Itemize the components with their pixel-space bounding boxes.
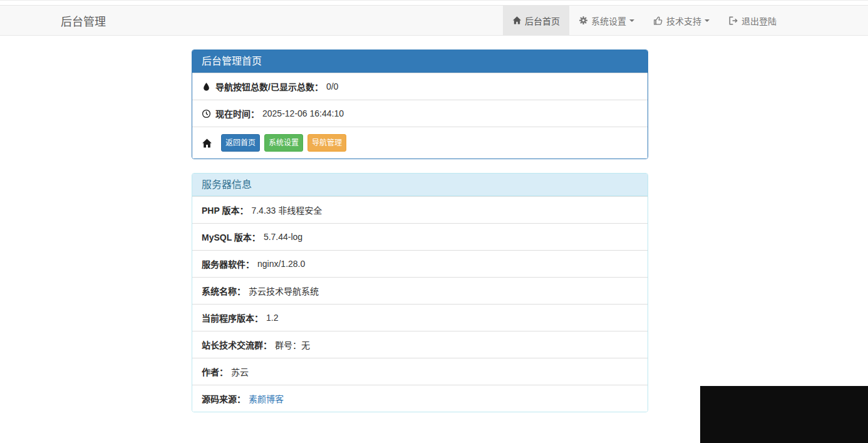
nav-item-label: 技术支持 bbox=[666, 14, 701, 27]
server-info-row-software: 服务器软件： nginx/1.28.0 bbox=[192, 250, 648, 277]
chevron-down-icon bbox=[705, 19, 710, 22]
current-time-value: 2025-12-06 16:44:10 bbox=[262, 108, 344, 118]
home-icon bbox=[202, 138, 212, 149]
source-blog-link[interactable]: 素颜博客 bbox=[249, 392, 284, 405]
nav-item-label: 系统设置 bbox=[591, 14, 626, 27]
nav-item-label: 后台首页 bbox=[525, 14, 560, 27]
gear-icon bbox=[579, 16, 588, 25]
back-home-button[interactable]: 返回首页 bbox=[221, 134, 260, 152]
main-content: 后台管理首页 导航按钮总数/已显示总数： 0/0 现在时间： 2025-12-0… bbox=[192, 50, 648, 412]
home-icon bbox=[512, 16, 522, 25]
sign-out-icon bbox=[728, 16, 738, 26]
nav-item-dashboard[interactable]: 后台首页 bbox=[503, 6, 569, 35]
nav-item-tech-support[interactable]: 技术支持 bbox=[644, 6, 719, 35]
quick-links-row: 返回首页 系统设置 导航管理 bbox=[192, 127, 648, 159]
dashboard-panel: 后台管理首页 导航按钮总数/已显示总数： 0/0 现在时间： 2025-12-0… bbox=[192, 50, 648, 159]
nav-stats-value: 0/0 bbox=[326, 81, 338, 91]
server-info-row-author: 作者： 苏云 bbox=[192, 358, 648, 385]
page-top-strip bbox=[0, 0, 868, 5]
server-info-row-source: 源码来源： 素颜博客 bbox=[192, 385, 648, 412]
navbar-menu: 后台首页 系统设置 技术支持 退出登陆 bbox=[503, 6, 786, 35]
server-info-row-system-name: 系统名称： 苏云技术导航系统 bbox=[192, 277, 648, 304]
nav-stats-row: 导航按钮总数/已显示总数： 0/0 bbox=[192, 73, 648, 100]
clock-icon bbox=[202, 109, 211, 118]
nav-item-system-settings[interactable]: 系统设置 bbox=[569, 6, 644, 35]
nav-item-logout[interactable]: 退出登陆 bbox=[719, 6, 786, 35]
chevron-down-icon bbox=[629, 19, 634, 22]
server-info-row-php: PHP 版本： 7.4.33 非线程安全 bbox=[192, 196, 648, 223]
system-settings-button[interactable]: 系统设置 bbox=[264, 134, 303, 152]
tint-icon bbox=[202, 82, 211, 91]
brand-title[interactable]: 后台管理 bbox=[61, 6, 106, 35]
dashboard-panel-title: 后台管理首页 bbox=[192, 50, 648, 73]
nav-item-label: 退出登陆 bbox=[741, 14, 777, 27]
server-info-row-version: 当前程序版本： 1.2 bbox=[192, 304, 648, 331]
server-info-panel: 服务器信息 PHP 版本： 7.4.33 非线程安全 MySQL 版本： 5.7… bbox=[192, 173, 648, 412]
current-time-row: 现在时间： 2025-12-06 16:44:10 bbox=[192, 100, 648, 127]
void-region bbox=[700, 386, 868, 443]
thumbs-up-icon bbox=[653, 16, 663, 26]
server-info-row-mysql: MySQL 版本： 5.7.44-log bbox=[192, 223, 648, 250]
server-info-panel-title: 服务器信息 bbox=[192, 174, 648, 196]
nav-stats-label: 导航按钮总数/已显示总数： bbox=[215, 80, 323, 93]
top-navbar: 后台管理 后台首页 系统设置 技术支持 退出登陆 bbox=[0, 5, 868, 36]
nav-manage-button[interactable]: 导航管理 bbox=[307, 134, 346, 152]
current-time-label: 现在时间： bbox=[215, 107, 259, 120]
server-info-row-qq-group: 站长技术交流群： 群号：无 bbox=[192, 331, 648, 358]
